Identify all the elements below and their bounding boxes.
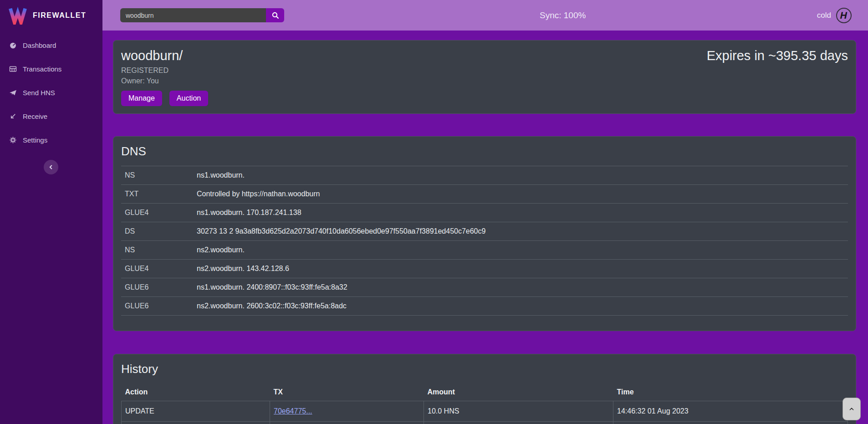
chevron-up-icon <box>848 405 855 413</box>
domain-status: REGISTERED <box>121 66 208 75</box>
transactions-icon <box>9 65 17 73</box>
history-action: RENEW <box>122 422 270 424</box>
sidebar-item-label: Receive <box>23 112 47 120</box>
main-content: woodburn/ REGISTERED Owner: You Manage A… <box>102 31 868 424</box>
sidebar-item-transactions[interactable]: Transactions <box>0 57 102 81</box>
domain-owner: Owner: You <box>121 77 208 85</box>
scroll-to-top-button[interactable] <box>842 398 861 420</box>
dns-record-row: GLUE6 ns2.woodburn. 2600:3c02::f03c:93ff… <box>121 297 848 316</box>
history-time: 15:15:36 07 Feb 2023 <box>613 422 848 424</box>
history-col-time: Time <box>613 383 848 401</box>
search-input[interactable] <box>120 8 266 22</box>
domain-expiry: Expires in ~395.35 days <box>707 48 848 63</box>
sidebar-item-dashboard[interactable]: Dashboard <box>0 33 102 57</box>
dns-record-row: GLUE6 ns1.woodburn. 2400:8907::f03c:93ff… <box>121 278 848 297</box>
history-action: UPDATE <box>122 401 270 422</box>
sync-status: Sync: 100% <box>540 10 586 20</box>
history-title: History <box>121 362 848 376</box>
dns-record-type: NS <box>121 166 193 185</box>
dns-record-type: DS <box>121 222 193 241</box>
dns-title: DNS <box>121 144 848 158</box>
dns-record-type: TXT <box>121 185 193 204</box>
chevron-left-icon <box>48 164 54 170</box>
dns-record-row: GLUE4 ns1.woodburn. 170.187.241.138 <box>121 204 848 222</box>
dashboard-icon <box>9 41 17 49</box>
dns-table: NS ns1.woodburn. TXT Controlled by https… <box>121 166 848 316</box>
history-col-amount: Amount <box>424 383 613 401</box>
sidebar-item-receive[interactable]: Receive <box>0 104 102 128</box>
search-icon <box>271 11 279 19</box>
sidebar-collapse-button[interactable] <box>44 160 58 174</box>
history-header-row: Action TX Amount Time <box>122 383 848 401</box>
history-time: 14:46:32 01 Aug 2023 <box>613 401 848 422</box>
wallet-name: cold <box>817 11 831 20</box>
history-amount: 10.0 HNS <box>424 401 613 422</box>
send-icon <box>9 89 17 97</box>
sidebar-item-settings[interactable]: Settings <box>0 128 102 152</box>
dns-record-type: GLUE6 <box>121 297 193 316</box>
manage-button[interactable]: Manage <box>121 91 162 106</box>
dns-record-value: ns1.woodburn. 170.187.241.138 <box>193 204 848 222</box>
settings-icon <box>9 136 17 144</box>
top-bar: Sync: 100% cold H <box>102 0 868 31</box>
auction-button[interactable]: Auction <box>169 91 208 106</box>
sidebar-nav: Dashboard Transactions Send HNS Receive <box>0 33 102 152</box>
dns-record-value: ns1.woodburn. <box>193 166 848 185</box>
dns-record-value: ns2.woodburn. 2600:3c02::f03c:93ff:fe5a:… <box>193 297 848 316</box>
search-bar <box>120 8 284 22</box>
sidebar-item-label: Transactions <box>23 65 61 73</box>
app-logo: FIREWALLET <box>0 0 102 31</box>
sidebar-item-label: Send HNS <box>23 89 55 97</box>
receive-icon <box>9 112 17 120</box>
sidebar-item-label: Dashboard <box>23 41 56 49</box>
search-button[interactable] <box>266 8 284 22</box>
history-col-action: Action <box>122 383 270 401</box>
tx-link[interactable]: 70e64775... <box>274 407 312 415</box>
dns-record-row: TXT Controlled by https://nathan.woodbur… <box>121 185 848 204</box>
dns-record-value: Controlled by https://nathan.woodburn <box>193 185 848 204</box>
dns-record-row: GLUE4 ns2.woodburn. 143.42.128.6 <box>121 260 848 278</box>
domain-info: woodburn/ REGISTERED Owner: You Manage A… <box>121 48 208 106</box>
sidebar-item-label: Settings <box>23 136 47 144</box>
history-amount: 10.0 HNS <box>424 422 613 424</box>
wallet-selector[interactable]: cold H <box>817 0 852 31</box>
dns-record-type: GLUE6 <box>121 278 193 297</box>
dns-record-value: ns2.woodburn. 143.42.128.6 <box>193 260 848 278</box>
history-row: RENEW d7b5d3c2... 10.0 HNS 15:15:36 07 F… <box>122 422 848 424</box>
dns-record-row: NS ns1.woodburn. <box>121 166 848 185</box>
dns-record-row: DS 30273 13 2 9a3a8fb3d625d2a2073d740f10… <box>121 222 848 241</box>
dns-record-type: NS <box>121 241 193 260</box>
dns-record-value: ns1.woodburn. 2400:8907::f03c:93ff:fe5a:… <box>193 278 848 297</box>
dns-card: DNS NS ns1.woodburn. TXT Controlled by h… <box>113 136 856 331</box>
handshake-logo-icon: H <box>836 8 852 23</box>
dns-record-type: GLUE4 <box>121 204 193 222</box>
sidebar-item-send-hns[interactable]: Send HNS <box>0 81 102 104</box>
dns-record-row: NS ns2.woodburn. <box>121 241 848 260</box>
dns-record-value: 30273 13 2 9a3a8fb3d625d2a2073d740f10da6… <box>193 222 848 241</box>
domain-name: woodburn/ <box>121 48 208 63</box>
history-card: History Action TX Amount Time UPDATE 70e… <box>113 354 856 424</box>
history-col-tx: TX <box>270 383 424 401</box>
sidebar: FIREWALLET Dashboard Transactions Send H… <box>0 0 102 424</box>
dns-record-type: GLUE4 <box>121 260 193 278</box>
history-table: Action TX Amount Time UPDATE 70e64775...… <box>121 383 848 424</box>
dns-record-value: ns2.woodburn. <box>193 241 848 260</box>
app-title: FIREWALLET <box>33 11 86 20</box>
history-row: UPDATE 70e64775... 10.0 HNS 14:46:32 01 … <box>122 401 848 422</box>
domain-card: woodburn/ REGISTERED Owner: You Manage A… <box>113 40 856 114</box>
firewallet-logo-icon <box>8 6 27 25</box>
